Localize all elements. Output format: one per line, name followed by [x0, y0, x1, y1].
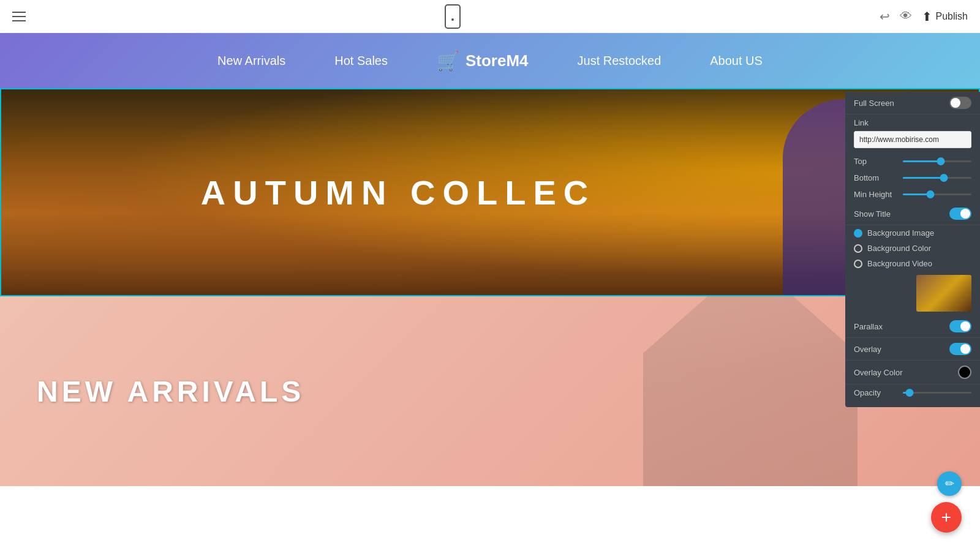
- parallax-toggle[interactable]: [949, 320, 971, 332]
- bottom-slider-track[interactable]: [903, 177, 971, 179]
- bg-color-row[interactable]: Background Color: [845, 241, 980, 256]
- mobile-preview-icon[interactable]: [445, 4, 461, 29]
- hero-title: AUTUMN COLLEC: [1, 173, 979, 212]
- full-screen-row: Full Screen: [845, 92, 980, 114]
- min-height-slider-label: Min Height: [854, 190, 897, 199]
- overlay-color-swatch[interactable]: [958, 365, 971, 379]
- nav-item-new-arrivals[interactable]: New Arrivals: [217, 54, 285, 68]
- settings-panel: Full Screen Link Top Bottom Min Height: [845, 92, 980, 407]
- publish-label: Publish: [936, 11, 968, 22]
- hamburger-menu[interactable]: [12, 12, 26, 21]
- top-slider-track[interactable]: [903, 160, 971, 162]
- min-height-slider-track[interactable]: [903, 193, 971, 195]
- full-screen-toggle[interactable]: [949, 97, 971, 109]
- publish-button[interactable]: ⬆ Publish: [922, 9, 968, 24]
- opacity-slider-row: Opacity: [845, 384, 980, 401]
- full-screen-thumb: [951, 98, 960, 108]
- link-row: Link: [845, 114, 980, 153]
- main-content: New Arrivals Hot Sales 🛒 StoreM4 Just Re…: [0, 33, 980, 551]
- bottom-slider-fill: [903, 177, 944, 179]
- parallax-thumb: [960, 321, 970, 331]
- nav-item-about-us[interactable]: About US: [710, 54, 763, 68]
- top-toolbar: ↩ 👁 ⬆ Publish: [0, 0, 980, 33]
- overlay-color-row: Overlay Color: [845, 361, 980, 384]
- bg-image-label: Background Image: [867, 228, 934, 238]
- undo-icon[interactable]: ↩: [880, 9, 890, 24]
- hero-section: AUTUMN COLLEC ⇅ ↓ </> ⚙ 🗑: [0, 88, 980, 296]
- bg-video-row[interactable]: Background Video: [845, 256, 980, 271]
- nav-item-hot-sales[interactable]: Hot Sales: [334, 54, 388, 68]
- min-height-slider-row: Min Height: [845, 186, 980, 203]
- new-arrivals-section: NEW ARRIVALS: [0, 296, 980, 486]
- opacity-slider-track[interactable]: [903, 392, 971, 394]
- full-screen-label: Full Screen: [854, 99, 894, 108]
- top-slider-row: Top: [845, 153, 980, 170]
- bg-image-radio[interactable]: [854, 229, 862, 238]
- add-section-button[interactable]: +: [931, 502, 962, 533]
- show-title-label: Show Title: [854, 209, 891, 219]
- skeleton-person-silhouette: [643, 296, 858, 486]
- logo-icon: 🛒: [437, 50, 459, 72]
- overlay-thumb: [960, 344, 970, 354]
- show-title-row: Show Title: [845, 203, 980, 225]
- parallax-row: Parallax: [845, 315, 980, 338]
- new-arrivals-title: NEW ARRIVALS: [37, 375, 304, 408]
- link-input[interactable]: [854, 131, 971, 148]
- cloud-upload-icon: ⬆: [922, 9, 932, 24]
- overlay-color-label: Overlay Color: [854, 368, 902, 377]
- bg-thumbnail[interactable]: [916, 275, 971, 312]
- link-label: Link: [854, 118, 971, 127]
- bg-video-label: Background Video: [867, 259, 932, 268]
- overlay-toggle[interactable]: [949, 343, 971, 355]
- top-slider-thumb: [937, 157, 944, 165]
- preview-icon[interactable]: 👁: [900, 9, 912, 23]
- show-title-thumb: [960, 209, 970, 219]
- top-slider-fill: [903, 160, 941, 162]
- logo-text: StoreM4: [466, 51, 529, 70]
- opacity-slider-thumb: [906, 389, 914, 397]
- show-title-toggle[interactable]: [949, 208, 971, 220]
- overlay-row: Overlay: [845, 338, 980, 361]
- overlay-label: Overlay: [854, 345, 881, 354]
- bg-color-radio[interactable]: [854, 244, 862, 253]
- top-slider-label: Top: [854, 157, 897, 166]
- thumbnail-row: [845, 271, 980, 315]
- bg-color-label: Background Color: [867, 244, 931, 253]
- logo-area[interactable]: 🛒 StoreM4: [437, 50, 529, 72]
- opacity-slider-label: Opacity: [854, 388, 897, 397]
- min-height-slider-thumb: [926, 190, 934, 198]
- nav-item-just-restocked[interactable]: Just Restocked: [578, 54, 662, 68]
- bg-video-radio[interactable]: [854, 260, 862, 268]
- edit-fab-button[interactable]: ✏: [937, 471, 962, 496]
- bg-image-row[interactable]: Background Image: [845, 225, 980, 241]
- bottom-slider-thumb: [940, 174, 948, 182]
- parallax-label: Parallax: [854, 322, 883, 331]
- navbar: New Arrivals Hot Sales 🛒 StoreM4 Just Re…: [0, 33, 980, 88]
- bottom-slider-label: Bottom: [854, 173, 897, 182]
- bottom-slider-row: Bottom: [845, 170, 980, 186]
